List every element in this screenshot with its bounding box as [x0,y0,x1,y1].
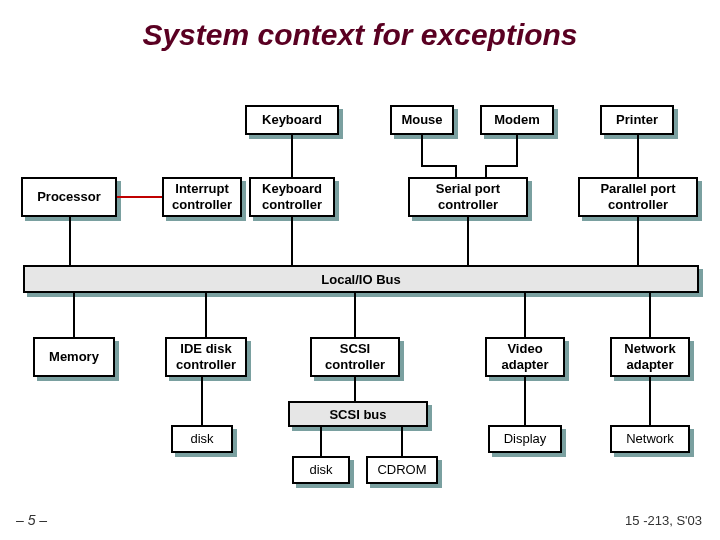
connector [637,135,639,177]
connector [455,165,457,177]
box-keyboard-controller: Keyboard controller [249,177,335,217]
box-serial-controller: Serial port controller [408,177,528,217]
box-interrupt-controller: Interrupt controller [162,177,242,217]
connector [649,377,651,425]
course-label: 15 -213, S'03 [625,513,702,528]
box-scsi-controller: SCSI controller [310,337,400,377]
connector [467,217,469,265]
box-network-adapter: Network adapter [610,337,690,377]
connector [516,135,518,166]
connector [649,293,651,337]
connector [421,165,456,167]
connector [291,135,293,177]
box-scsi-bus: SCSI bus [288,401,428,427]
connector [73,293,75,337]
box-local-io-bus: Local/IO Bus [23,265,699,293]
connector [401,427,403,456]
connector [201,377,203,425]
box-disk-ide: disk [171,425,233,453]
connector [354,293,356,337]
box-keyboard: Keyboard [245,105,339,135]
box-disk-scsi: disk [292,456,350,484]
connector [320,427,322,456]
connector [205,293,207,337]
box-display: Display [488,425,562,453]
connector [524,293,526,337]
box-parallel-controller: Parallel port controller [578,177,698,217]
box-network: Network [610,425,690,453]
connector [354,377,356,401]
connector-red [117,196,162,198]
connector [69,217,71,265]
connector [524,377,526,425]
connector [291,217,293,265]
box-video-adapter: Video adapter [485,337,565,377]
slide-title: System context for exceptions [0,18,720,52]
box-mouse: Mouse [390,105,454,135]
box-cdrom: CDROM [366,456,438,484]
box-modem: Modem [480,105,554,135]
box-ide-controller: IDE disk controller [165,337,247,377]
connector [637,217,639,265]
connector [485,165,518,167]
page-number: – 5 – [16,512,47,528]
connector [485,165,487,177]
box-processor: Processor [21,177,117,217]
connector [421,135,423,166]
box-printer: Printer [600,105,674,135]
box-memory: Memory [33,337,115,377]
